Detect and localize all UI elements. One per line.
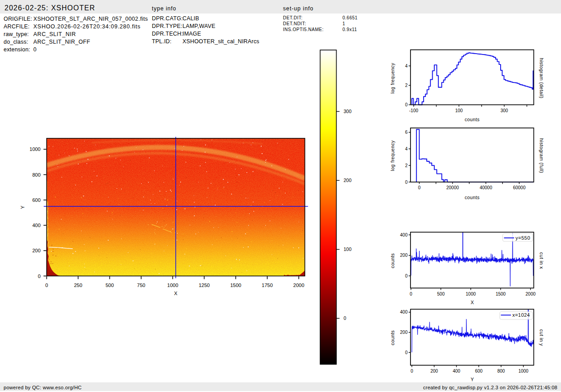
svg-text:1000: 1000 xyxy=(466,292,476,296)
svg-text:0: 0 xyxy=(410,292,412,296)
svg-text:Y: Y xyxy=(470,377,474,382)
svg-text:100: 100 xyxy=(344,246,352,252)
svg-text:1500: 1500 xyxy=(496,292,506,296)
svg-text:XSHOO.2026-02-26T20:34:09.280.: XSHOO.2026-02-26T20:34:09.280.fits xyxy=(33,23,141,30)
svg-text:6: 6 xyxy=(405,130,408,135)
svg-text:4: 4 xyxy=(405,146,408,151)
svg-text:X: X xyxy=(174,291,178,296)
svg-text:created by qc_rawdisp.py v1.2.: created by qc_rawdisp.py v1.2.3 on 2026-… xyxy=(423,385,557,390)
svg-text:1500: 1500 xyxy=(230,283,241,288)
svg-text:400: 400 xyxy=(400,232,408,237)
svg-text:300: 300 xyxy=(501,108,508,113)
svg-text:log frequency: log frequency xyxy=(390,63,395,94)
svg-text:ARCFILE:: ARCFILE: xyxy=(4,23,30,30)
svg-text:0: 0 xyxy=(45,283,48,288)
svg-text:750: 750 xyxy=(137,283,145,288)
svg-text:do_class:: do_class: xyxy=(4,39,28,45)
svg-text:y=550: y=550 xyxy=(515,235,530,241)
svg-text:2026-02-25: XSHOOTER: 2026-02-25: XSHOOTER xyxy=(5,4,95,12)
svg-text:200: 200 xyxy=(430,369,438,374)
svg-text:800: 800 xyxy=(32,172,41,178)
svg-text:1000: 1000 xyxy=(518,369,529,374)
svg-text:x=1024: x=1024 xyxy=(512,312,530,318)
svg-text:200: 200 xyxy=(400,330,408,335)
svg-text:counts: counts xyxy=(465,117,479,122)
svg-text:DPR.CATG:: DPR.CATG: xyxy=(152,15,183,22)
svg-text:0: 0 xyxy=(405,350,408,355)
svg-text:0: 0 xyxy=(405,273,408,278)
svg-text:4: 4 xyxy=(405,64,408,68)
svg-text:400: 400 xyxy=(32,223,41,228)
svg-text:200: 200 xyxy=(400,253,408,258)
svg-text:1: 1 xyxy=(342,21,345,26)
svg-text:800: 800 xyxy=(497,369,505,374)
svg-text:counts: counts xyxy=(465,195,479,200)
svg-text:2: 2 xyxy=(405,83,408,88)
svg-text:cut in x: cut in x xyxy=(539,252,544,269)
svg-text:counts: counts xyxy=(390,330,395,345)
svg-text:counts: counts xyxy=(390,253,395,268)
svg-text:DET.NDIT:: DET.NDIT: xyxy=(283,21,306,26)
svg-text:cut in y: cut in y xyxy=(539,329,544,346)
svg-text:IMAGE: IMAGE xyxy=(182,31,201,37)
svg-text:LAMP,WAVE: LAMP,WAVE xyxy=(182,23,215,29)
svg-text:0: 0 xyxy=(33,46,36,53)
svg-text:400: 400 xyxy=(400,310,408,315)
svg-text:200: 200 xyxy=(32,248,41,253)
svg-text:1250: 1250 xyxy=(199,283,210,288)
svg-text:1000: 1000 xyxy=(30,146,41,152)
svg-text:type info: type info xyxy=(152,5,176,12)
svg-text:100: 100 xyxy=(455,108,463,113)
svg-text:histogram (full): histogram (full) xyxy=(539,138,544,173)
svg-text:ORIGFILE:: ORIGFILE: xyxy=(4,16,32,22)
svg-text:0: 0 xyxy=(405,102,408,107)
svg-text:-100: -100 xyxy=(409,108,418,113)
svg-text:ARC_SLIT_NIR: ARC_SLIT_NIR xyxy=(33,31,76,37)
svg-text:INS.OPTI5.NAME:: INS.OPTI5.NAME: xyxy=(283,27,324,32)
svg-text:500: 500 xyxy=(105,283,114,288)
svg-text:XSHOOTER_SLT_ARC_NIR_057_0002.: XSHOOTER_SLT_ARC_NIR_057_0002.fits xyxy=(33,16,148,22)
svg-text:0: 0 xyxy=(38,273,41,279)
svg-text:Y: Y xyxy=(20,205,25,209)
svg-text:0.6651: 0.6651 xyxy=(342,15,358,20)
svg-text:DPR.TYPE:: DPR.TYPE: xyxy=(152,23,182,29)
svg-text:600: 600 xyxy=(32,197,41,203)
svg-text:200: 200 xyxy=(344,178,352,183)
svg-text:500: 500 xyxy=(437,292,445,296)
svg-text:250: 250 xyxy=(74,283,82,288)
svg-text:1000: 1000 xyxy=(167,283,178,288)
svg-text:400: 400 xyxy=(453,369,461,374)
svg-text:ARC_SLIT_NIR_OFF: ARC_SLIT_NIR_OFF xyxy=(33,39,90,45)
svg-text:CALIB: CALIB xyxy=(182,15,199,22)
svg-text:raw_type:: raw_type: xyxy=(4,31,29,37)
svg-text:TPL.ID:: TPL.ID: xyxy=(152,38,172,45)
svg-text:300: 300 xyxy=(344,109,352,114)
svg-text:set-up info: set-up info xyxy=(283,5,314,12)
svg-text:2000: 2000 xyxy=(293,283,304,288)
svg-text:X: X xyxy=(470,300,474,305)
svg-text:0: 0 xyxy=(344,315,347,321)
svg-text:60000: 60000 xyxy=(513,185,525,190)
svg-text:powered by QC: www.eso.org/HC: powered by QC: www.eso.org/HC xyxy=(4,385,82,390)
svg-text:DET.DIT:: DET.DIT: xyxy=(283,15,302,20)
svg-text:0.9x11: 0.9x11 xyxy=(342,27,357,32)
svg-text:0: 0 xyxy=(405,180,408,185)
svg-text:1750: 1750 xyxy=(262,283,273,288)
svg-text:2: 2 xyxy=(405,163,408,168)
svg-text:DPR.TECH:: DPR.TECH: xyxy=(152,31,183,37)
svg-text:log frequency: log frequency xyxy=(390,140,395,171)
svg-text:XSHOOTER_slt_cal_NIRArcs: XSHOOTER_slt_cal_NIRArcs xyxy=(182,38,260,45)
svg-text:600: 600 xyxy=(475,369,483,374)
svg-text:extension:: extension: xyxy=(4,46,30,53)
svg-text:20000: 20000 xyxy=(446,185,459,190)
svg-text:0: 0 xyxy=(418,185,421,190)
svg-text:histogram (detail): histogram (detail) xyxy=(539,58,544,98)
svg-text:0: 0 xyxy=(410,369,413,374)
svg-text:2000: 2000 xyxy=(525,292,536,296)
svg-text:40000: 40000 xyxy=(479,185,492,190)
